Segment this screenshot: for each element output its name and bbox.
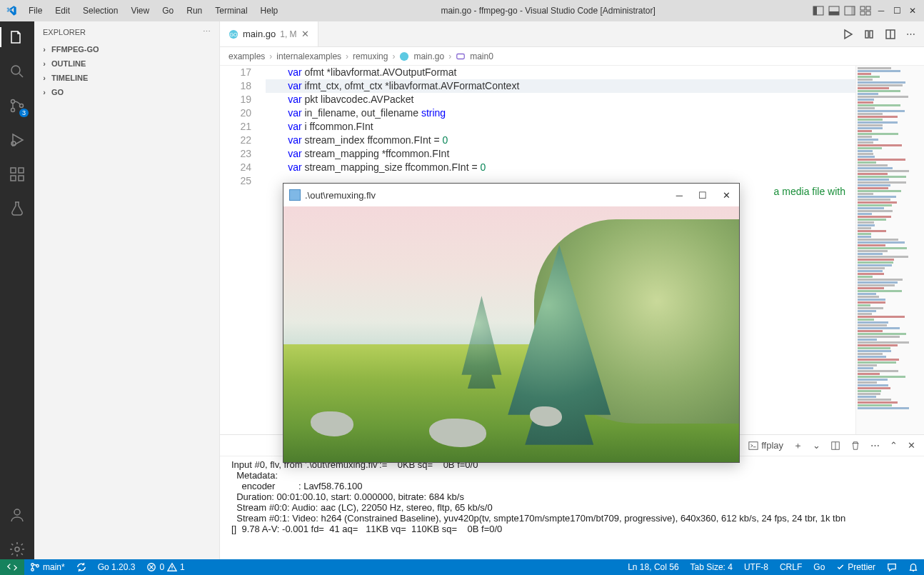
layout-panel-icon[interactable] [828,5,840,16]
line-numbers: 171819202122232425 [220,66,260,434]
tab-bar: GO main.go 1, M ✕ ⋯ [220,21,924,47]
svg-point-24 [400,51,408,60]
layout-secondary-icon[interactable] [844,5,855,16]
section-label: TIMELINE [51,74,88,82]
terminal-dropdown-icon[interactable]: ⌄ [813,440,820,451]
section-outline[interactable]: ›OUTLINE [34,56,219,71]
section-ffmpeg-go[interactable]: ›FFMPEG-GO [34,42,219,56]
settings-gear-icon[interactable] [7,539,27,559]
menu-terminal[interactable]: Terminal [209,3,253,19]
explorer-icon[interactable] [7,27,27,47]
breadcrumbs[interactable]: examples› internalexamples› remuxing› ma… [220,47,924,66]
status-bar: main* Go 1.20.3 0 1 Ln 18, Col 56 Tab Si… [0,559,924,575]
window-controls: ─ ☐ ✕ [813,5,918,16]
split-editor-icon[interactable] [885,29,896,40]
breadcrumb-item[interactable]: remuxing [353,51,388,61]
git-branch[interactable]: main* [24,559,71,575]
section-label: OUTLINE [51,59,86,68]
feedback-icon[interactable] [881,562,903,572]
testing-icon[interactable] [7,199,27,219]
explorer-more-icon[interactable]: ⋯ [203,27,211,36]
svg-rect-8 [860,11,865,15]
panel-more-icon[interactable]: ⋯ [870,440,880,451]
minimize-button[interactable]: ─ [875,5,887,16]
extensions-icon[interactable] [7,164,27,184]
menu-selection[interactable]: Selection [77,3,124,19]
section-label: FFMPEG-GO [51,45,99,54]
menu-edit[interactable]: Edit [49,3,76,19]
activity-bar: 3 [0,21,34,559]
indentation[interactable]: Tab Size: 4 [685,562,738,572]
svg-point-12 [11,109,15,112]
terminal-tab-label: ffplay [761,440,783,451]
split-compare-icon[interactable] [863,29,875,40]
eol[interactable]: CRLF [774,562,808,572]
tab-main-go[interactable]: GO main.go 1, M ✕ [220,21,318,46]
terminal-tab-ffplay[interactable]: ffplay [748,440,783,451]
menu-run[interactable]: Run [181,3,208,19]
problems-status[interactable]: 0 1 [141,559,190,575]
new-terminal-icon[interactable]: ＋ [793,439,803,452]
error-count: 0 [159,562,164,572]
cursor-position[interactable]: Ln 18, Col 56 [622,562,684,572]
search-icon[interactable] [7,61,27,81]
go-file-icon: GO [229,29,238,39]
warning-count: 1 [180,562,185,572]
svg-point-29 [31,569,34,571]
section-label: GO [51,88,64,96]
accounts-icon[interactable] [7,505,27,525]
prettier-label: Prettier [848,562,875,572]
section-timeline[interactable]: ›TIMELINE [34,71,219,85]
video-maximize-icon[interactable]: ☐ [698,190,707,201]
menu-help[interactable]: Help [255,3,284,19]
maximize-button[interactable]: ☐ [891,5,903,16]
run-debug-icon[interactable] [7,130,27,150]
video-titlebar[interactable]: .\out\remuxing.flv ─ ☐ ✕ [283,184,739,206]
video-minimize-icon[interactable]: ─ [676,190,683,201]
source-control-icon[interactable]: 3 [7,96,27,116]
minimap[interactable] [855,66,924,434]
video-title: .\out\remuxing.flv [305,190,376,201]
branch-name: main* [43,562,65,572]
symbol-icon [456,51,466,61]
menu-go[interactable]: Go [156,3,179,19]
tab-close-icon[interactable]: ✕ [301,29,309,39]
tab-filename: main.go [243,29,276,39]
customize-layout-icon[interactable] [860,5,871,16]
terminal-output[interactable]: Input #0, flv, from '.\out\remuxing.flv'… [220,456,924,559]
window-title: main.go - ffmpeg-go - Visual Studio Code… [283,6,813,16]
terminal-icon [748,441,758,451]
prettier-status[interactable]: Prettier [830,562,881,572]
notifications-icon[interactable] [903,562,924,572]
svg-rect-18 [19,168,24,173]
editor-more-icon[interactable]: ⋯ [906,29,915,39]
video-player-window[interactable]: .\out\remuxing.flv ─ ☐ ✕ [283,183,740,463]
menu-file[interactable]: File [23,3,48,19]
svg-rect-3 [829,11,839,15]
kill-terminal-icon[interactable] [850,441,860,451]
remote-indicator[interactable] [0,559,24,575]
language-mode[interactable]: Go [808,562,830,572]
sync-button[interactable] [71,559,92,575]
breadcrumb-item[interactable]: main0 [470,51,493,61]
vscode-logo-icon [6,5,17,16]
encoding[interactable]: UTF-8 [738,562,774,572]
breadcrumb-item[interactable]: internalexamples [276,51,341,61]
split-terminal-icon[interactable] [830,441,840,451]
go-version[interactable]: Go 1.20.3 [92,559,141,575]
video-close-icon[interactable]: ✕ [723,190,730,201]
svg-rect-25 [457,54,465,59]
svg-point-11 [11,100,15,104]
menu-view[interactable]: View [125,3,155,19]
run-icon[interactable] [842,29,853,40]
breadcrumb-item[interactable]: examples [229,51,265,61]
breadcrumb-item[interactable]: main.go [413,51,444,61]
layout-primary-icon[interactable] [813,5,824,16]
maximize-panel-icon[interactable]: ⌃ [890,440,898,451]
close-button[interactable]: ✕ [907,5,918,16]
go-file-icon [399,51,409,61]
section-go[interactable]: ›GO [34,85,219,99]
explorer-title: EXPLORER [43,28,86,36]
title-bar: File Edit Selection View Go Run Terminal… [0,0,924,21]
close-panel-icon[interactable]: ✕ [908,440,915,451]
